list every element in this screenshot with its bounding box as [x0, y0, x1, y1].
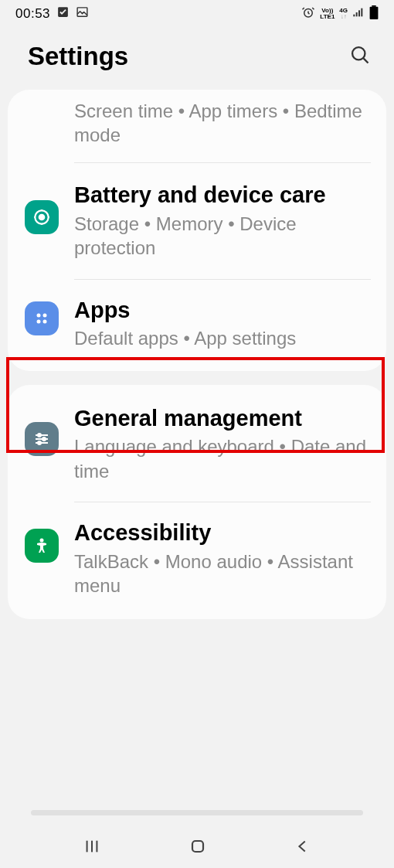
- svg-rect-4: [356, 12, 358, 16]
- search-button[interactable]: [349, 44, 371, 69]
- checkbox-icon: [56, 5, 70, 22]
- accessibility-icon: [25, 529, 59, 563]
- row-subtitle: Storage • Memory • Device protection: [74, 212, 371, 260]
- scroll-indicator[interactable]: [31, 810, 363, 815]
- settings-card: General management Language and keyboard…: [8, 385, 386, 619]
- status-bar: 00:53 Vo)) LTE1 4G ↓↑: [0, 0, 394, 28]
- svg-rect-6: [361, 8, 362, 16]
- alarm-icon: [301, 5, 315, 23]
- app-header: Settings: [0, 28, 394, 90]
- settings-card: Screen time • App timers • Bedtime mode …: [8, 90, 386, 371]
- status-right: Vo)) LTE1 4G ↓↑: [301, 5, 379, 23]
- row-title: Apps: [74, 297, 371, 324]
- svg-point-13: [37, 313, 41, 317]
- general-icon: [25, 422, 59, 456]
- svg-point-18: [38, 434, 41, 437]
- status-left: 00:53: [15, 5, 89, 22]
- svg-point-15: [37, 319, 41, 323]
- page-title: Settings: [28, 42, 128, 71]
- settings-row-accessibility[interactable]: Accessibility TalkBack • Mono audio • As…: [8, 502, 386, 619]
- svg-rect-8: [370, 6, 379, 19]
- recents-button[interactable]: [83, 838, 101, 855]
- settings-row-general[interactable]: General management Language and keyboard…: [8, 385, 386, 502]
- navigation-bar: [0, 825, 394, 868]
- device-care-icon: [25, 200, 59, 234]
- svg-rect-27: [192, 841, 203, 852]
- network-gen: 4G ↓↑: [339, 8, 348, 20]
- row-title: General management: [74, 405, 371, 432]
- svg-rect-5: [358, 10, 360, 16]
- svg-rect-7: [372, 5, 375, 7]
- volte-indicator: Vo)) LTE1: [320, 8, 335, 20]
- row-subtitle: Screen time • App timers • Bedtime mode: [74, 99, 371, 147]
- apps-icon: [25, 301, 59, 335]
- svg-rect-3: [353, 14, 355, 16]
- svg-point-14: [43, 313, 47, 317]
- settings-row-apps[interactable]: Apps Default apps • App settings: [8, 280, 386, 371]
- row-title: Battery and device care: [74, 182, 371, 209]
- settings-row-battery[interactable]: Battery and device care Storage • Memory…: [8, 163, 386, 278]
- svg-point-23: [40, 538, 44, 542]
- svg-point-9: [352, 47, 365, 60]
- image-icon: [76, 5, 89, 22]
- svg-point-16: [43, 319, 47, 323]
- row-subtitle: Default apps • App settings: [74, 326, 371, 350]
- row-title: Accessibility: [74, 519, 371, 546]
- settings-row-digital-wellbeing[interactable]: Screen time • App timers • Bedtime mode: [8, 90, 386, 162]
- svg-point-22: [38, 441, 41, 444]
- home-button[interactable]: [189, 837, 207, 856]
- row-subtitle: TalkBack • Mono audio • Assistant menu: [74, 550, 371, 597]
- svg-point-20: [42, 437, 46, 441]
- svg-line-10: [364, 59, 369, 63]
- signal-icon: [352, 6, 365, 22]
- svg-point-12: [39, 215, 45, 220]
- status-time: 00:53: [15, 6, 50, 22]
- back-button[interactable]: [294, 838, 311, 855]
- row-subtitle: Language and keyboard • Date and time: [74, 434, 371, 482]
- battery-icon: [369, 5, 379, 23]
- search-icon: [349, 44, 371, 66]
